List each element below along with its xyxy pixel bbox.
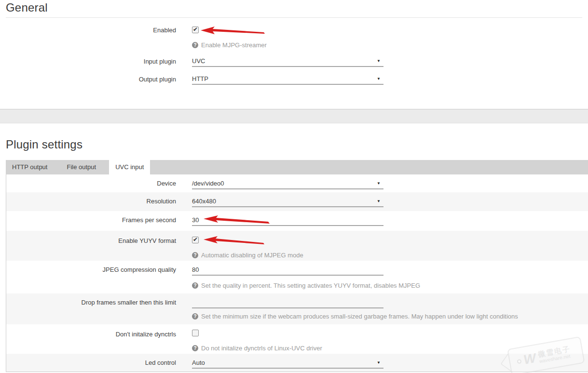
enabled-checkbox[interactable]: [192, 27, 199, 33]
help-icon: ?: [192, 252, 198, 258]
jpeg-quality-help: ? Set the quality in percent. This setti…: [192, 282, 588, 289]
output-plugin-select[interactable]: HTTP ▼: [192, 74, 383, 85]
fps-input[interactable]: 30: [192, 215, 383, 226]
annotation-arrow: [200, 26, 265, 36]
device-label: Device: [6, 174, 176, 192]
led-control-label: Led control: [6, 354, 176, 372]
table-row-drop-frames: Drop frames smaller then this limit ? Se…: [6, 293, 588, 324]
help-icon: ?: [192, 345, 198, 351]
form-row-output-plugin: Output plugin HTTP ▼: [6, 73, 582, 85]
dynctrls-help: ? Do not initalize dynctrls of Linux-UVC…: [192, 345, 588, 352]
table-row-resolution: Resolution 640x480 ▼: [6, 192, 588, 211]
tab-uvc-input[interactable]: UVC input: [109, 160, 150, 174]
table-row-fps: Frames per second 30: [6, 211, 588, 231]
chevron-down-icon: ▼: [377, 361, 381, 365]
chevron-down-icon: ▼: [377, 200, 381, 203]
uvc-input-table: Device /dev/video0 ▼ Resolution 640x480 …: [6, 174, 588, 372]
help-icon: ?: [192, 42, 198, 48]
led-control-select[interactable]: Auto ▼: [192, 358, 383, 369]
output-plugin-label: Output plugin: [6, 73, 176, 85]
enabled-help: ? Enable MJPG-streamer: [192, 41, 582, 49]
tab-file-output[interactable]: File output: [60, 160, 102, 174]
table-row-yuyv: Enable YUYV format ? Automatic disabling…: [6, 231, 588, 261]
form-row-input-plugin: Input plugin UVC ▼: [6, 55, 582, 67]
resolution-label: Resolution: [6, 192, 176, 211]
help-icon: ?: [192, 282, 198, 289]
table-row-led-control: Led control Auto ▼: [6, 354, 588, 372]
dynctrls-checkbox[interactable]: [192, 330, 199, 336]
drop-frames-input[interactable]: [192, 298, 383, 308]
yuyv-label: Enable YUYV format: [6, 231, 176, 261]
yuyv-checkbox[interactable]: [192, 237, 199, 243]
plugin-tabbar: HTTP output File output UVC input: [6, 160, 588, 174]
section-divider-band: [0, 109, 588, 123]
help-icon: ?: [192, 313, 198, 320]
drop-frames-help: ? Set the minimum size if the webcam pro…: [192, 313, 588, 320]
annotation-arrow: [203, 236, 265, 246]
form-row-enabled: Enabled ? Enable MJPG-streamer: [6, 27, 582, 49]
plugin-settings-title: Plugin settings: [6, 138, 588, 152]
device-select[interactable]: /dev/video0 ▼: [192, 179, 383, 189]
chevron-down-icon: ▼: [377, 77, 381, 81]
jpeg-quality-input[interactable]: 80: [192, 265, 383, 276]
input-plugin-select[interactable]: UVC ▼: [192, 56, 383, 67]
general-section-title: General: [6, 1, 582, 17]
resolution-select[interactable]: 640x480 ▼: [192, 197, 383, 207]
plugin-settings-section: Plugin settings HTTP output File output …: [0, 123, 588, 372]
fps-label: Frames per second: [6, 211, 176, 231]
tab-http-output[interactable]: HTTP output: [6, 160, 54, 174]
table-row-jpeg-quality: JPEG compression quality 80 ? Set the qu…: [6, 261, 588, 293]
enabled-label: Enabled: [6, 27, 176, 49]
chevron-down-icon: ▼: [377, 59, 381, 63]
jpeg-quality-label: JPEG compression quality: [6, 261, 176, 293]
yuyv-help: ? Automatic disabling of MJPEG mode: [192, 252, 588, 259]
table-row-dynctrls: Don't initalize dynctrls ? Do not inital…: [6, 324, 588, 354]
general-section: General Enabled ? Enable MJPG-streamer I…: [0, 0, 588, 85]
drop-frames-label: Drop frames smaller then this limit: [6, 293, 176, 324]
dynctrls-label: Don't initalize dynctrls: [6, 324, 176, 354]
table-row-device: Device /dev/video0 ▼: [6, 174, 588, 192]
input-plugin-label: Input plugin: [6, 55, 176, 67]
chevron-down-icon: ▼: [377, 182, 381, 186]
